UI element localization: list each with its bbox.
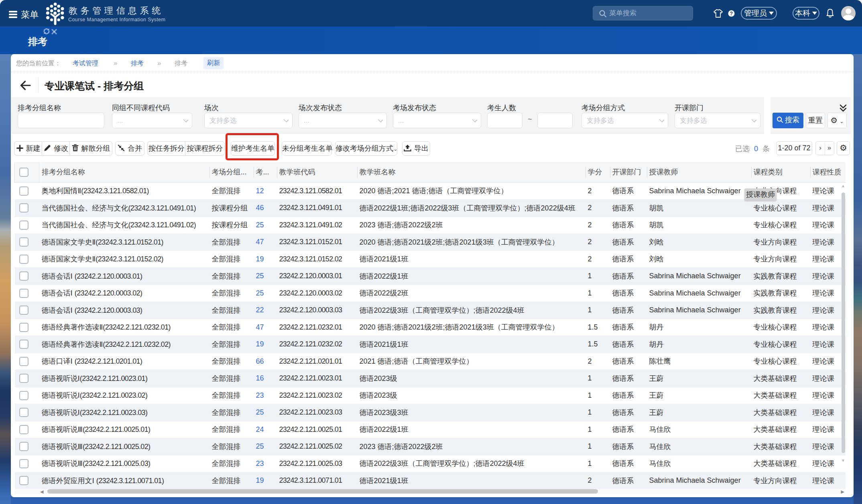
svg-text:?: ? (730, 11, 733, 16)
